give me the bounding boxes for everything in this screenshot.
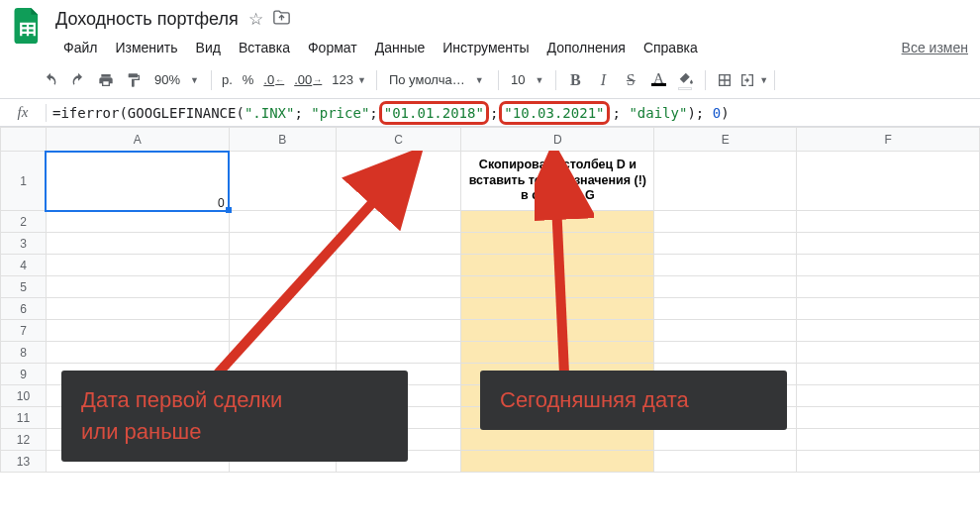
cell-B8[interactable]: [229, 342, 336, 364]
cell-A8[interactable]: [46, 342, 229, 364]
cell-C5[interactable]: [336, 276, 461, 298]
menu-tools[interactable]: Инструменты: [435, 37, 537, 58]
cell-B6[interactable]: [229, 298, 336, 320]
cell-F10[interactable]: [797, 385, 980, 407]
increase-decimal-button[interactable]: .00→: [290, 67, 326, 93]
currency-format-button[interactable]: р.: [218, 67, 237, 93]
menu-insert[interactable]: Вставка: [231, 37, 298, 58]
cell-E5[interactable]: [654, 276, 797, 298]
last-edit-link[interactable]: Все измен: [902, 40, 972, 55]
cell-E4[interactable]: [654, 255, 797, 276]
cell-A3[interactable]: [46, 233, 229, 255]
merge-cells-button[interactable]: ▼: [739, 67, 768, 93]
sheets-logo[interactable]: [8, 6, 48, 46]
cell-A4[interactable]: [46, 255, 229, 276]
cell-B5[interactable]: [229, 276, 336, 298]
cell-F12[interactable]: [797, 429, 980, 451]
cell-B7[interactable]: [229, 320, 336, 342]
menu-data[interactable]: Данные: [367, 37, 434, 58]
cell-C3[interactable]: [336, 233, 461, 255]
print-button[interactable]: [93, 67, 119, 93]
cell-E7[interactable]: [654, 320, 797, 342]
col-header-F[interactable]: F: [797, 128, 980, 152]
cell-F6[interactable]: [797, 298, 980, 320]
cell-A2[interactable]: [46, 211, 229, 233]
font-size-dropdown[interactable]: 10▼: [505, 67, 549, 93]
cell-C8[interactable]: [336, 342, 461, 364]
move-to-drive-icon[interactable]: [273, 10, 290, 29]
cell-C2[interactable]: [336, 211, 461, 233]
cell-D5[interactable]: [461, 276, 654, 298]
percent-format-button[interactable]: %: [239, 67, 258, 93]
cell-C4[interactable]: [336, 255, 461, 276]
borders-button[interactable]: [712, 67, 737, 93]
cell-C6[interactable]: [336, 298, 461, 320]
cell-B2[interactable]: [229, 211, 336, 233]
cell-E8[interactable]: [654, 342, 797, 364]
cell-D3[interactable]: [461, 233, 654, 255]
row-header-12[interactable]: 12: [1, 429, 47, 451]
col-header-E[interactable]: E: [654, 128, 797, 152]
row-header-10[interactable]: 10: [1, 385, 47, 407]
formula-input[interactable]: =iferror(GOOGLEFINANCE(".INX"; "price";"…: [47, 101, 980, 125]
cell-F5[interactable]: [797, 276, 980, 298]
zoom-dropdown[interactable]: 90%▼: [148, 67, 205, 93]
menu-view[interactable]: Вид: [188, 37, 229, 58]
cell-F3[interactable]: [797, 233, 980, 255]
row-header-3[interactable]: 3: [1, 233, 47, 255]
cell-F2[interactable]: [797, 211, 980, 233]
star-icon[interactable]: ☆: [248, 9, 263, 30]
cell-D6[interactable]: [461, 298, 654, 320]
cell-D1[interactable]: Скопировать столбец D и вставить только …: [461, 152, 654, 211]
menu-addons[interactable]: Дополнения: [539, 37, 634, 58]
cell-A5[interactable]: [46, 276, 229, 298]
cell-E12[interactable]: [654, 429, 797, 451]
text-color-button[interactable]: A: [645, 67, 671, 93]
cell-D12[interactable]: [461, 429, 654, 451]
cell-F9[interactable]: [797, 364, 980, 385]
number-format-dropdown[interactable]: 123▼: [328, 67, 370, 93]
cell-F1[interactable]: [797, 152, 980, 211]
italic-button[interactable]: I: [590, 67, 616, 93]
cell-E13[interactable]: [654, 451, 797, 473]
font-family-dropdown[interactable]: По умолча…▼: [383, 67, 492, 93]
decrease-decimal-button[interactable]: .0←: [259, 67, 288, 93]
cell-D8[interactable]: [461, 342, 654, 364]
cell-F7[interactable]: [797, 320, 980, 342]
row-header-7[interactable]: 7: [1, 320, 47, 342]
row-header-13[interactable]: 13: [1, 451, 47, 473]
cell-E1[interactable]: [654, 152, 797, 211]
menu-edit[interactable]: Изменить: [107, 37, 185, 58]
row-header-4[interactable]: 4: [1, 255, 47, 276]
cell-A6[interactable]: [46, 298, 229, 320]
paint-format-button[interactable]: [121, 67, 147, 93]
menu-format[interactable]: Формат: [300, 37, 365, 58]
row-header-1[interactable]: 1: [1, 152, 47, 211]
cell-B3[interactable]: [229, 233, 336, 255]
row-header-6[interactable]: 6: [1, 298, 47, 320]
row-header-8[interactable]: 8: [1, 342, 47, 364]
cell-D13[interactable]: [461, 451, 654, 473]
cell-B1[interactable]: [229, 152, 336, 211]
row-header-2[interactable]: 2: [1, 211, 47, 233]
redo-button[interactable]: [65, 67, 91, 93]
cell-E3[interactable]: [654, 233, 797, 255]
cell-A7[interactable]: [46, 320, 229, 342]
menu-help[interactable]: Справка: [636, 37, 706, 58]
col-header-A[interactable]: A: [46, 128, 229, 152]
cell-D7[interactable]: [461, 320, 654, 342]
col-header-C[interactable]: C: [336, 128, 461, 152]
cell-F11[interactable]: [797, 407, 980, 429]
cell-A1[interactable]: 0: [46, 152, 229, 211]
row-header-9[interactable]: 9: [1, 364, 47, 385]
undo-button[interactable]: [38, 67, 63, 93]
col-header-D[interactable]: D: [461, 128, 654, 152]
cell-D4[interactable]: [461, 255, 654, 276]
col-header-B[interactable]: B: [229, 128, 336, 152]
select-all-corner[interactable]: [1, 128, 47, 152]
fill-color-button[interactable]: [673, 67, 699, 93]
cell-D2[interactable]: [461, 211, 654, 233]
cell-F4[interactable]: [797, 255, 980, 276]
row-header-5[interactable]: 5: [1, 276, 47, 298]
cell-F8[interactable]: [797, 342, 980, 364]
